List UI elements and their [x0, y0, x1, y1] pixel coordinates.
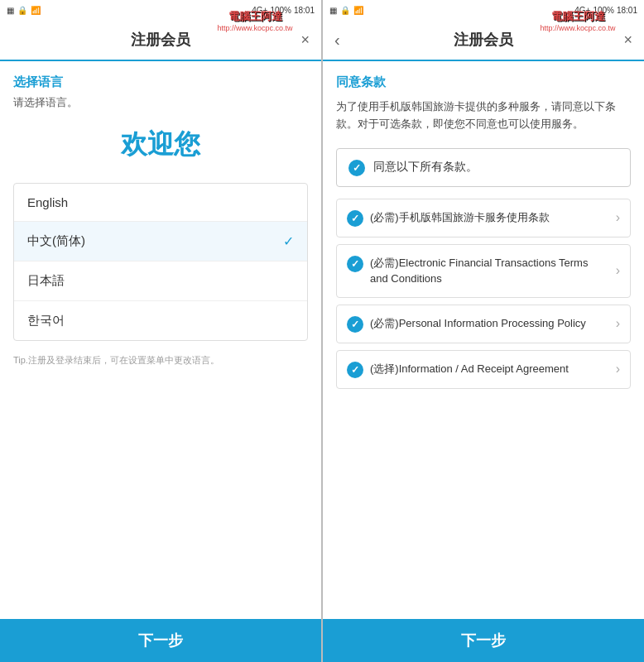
agree-all-checkbox[interactable]: ✓ — [348, 160, 365, 176]
wifi-icon: ▦ — [7, 6, 14, 15]
language-item-chinese[interactable]: 中文(简体) ✓ — [14, 222, 307, 261]
header-title-right: 注册会员 — [454, 30, 513, 50]
app-header-right: ‹ 注册会员 × — [323, 20, 644, 61]
terms-checkbox-2[interactable]: ✓ — [347, 316, 363, 333]
language-label-japanese: 日本語 — [27, 273, 65, 289]
agree-all-label: 同意以下所有条款。 — [373, 160, 478, 175]
right-phone-screen: ▦ 🔒 📶 4G+ 100% 18:01 電腦王阿達 http://www.ko… — [323, 0, 644, 662]
agree-all-checkmark: ✓ — [353, 162, 361, 174]
language-label-english: English — [27, 195, 68, 209]
wifi-icon-right: ▦ — [329, 6, 337, 15]
terms-section-label: 同意条款 — [336, 74, 631, 90]
shield-icon: 🔒 — [17, 6, 27, 15]
terms-label-0: (必需)手机版韩国旅游卡服务使用条款 — [370, 209, 550, 226]
status-left-icons: ▦ 🔒 📶 — [7, 6, 41, 15]
terms-item-left-0: ✓ (必需)手机版韩国旅游卡服务使用条款 — [347, 209, 609, 227]
next-button-right[interactable]: 下一步 — [323, 619, 644, 662]
left-phone-screen: ▦ 🔒 📶 4G+ 100% 18:01 電腦王阿達 http://www.ko… — [0, 0, 321, 662]
header-title-left: 注册会员 — [131, 30, 190, 50]
network-type-right: 4G+ — [574, 6, 590, 15]
language-list: English 中文(简体) ✓ 日本語 한국어 — [13, 183, 308, 341]
terms-label-2: (必需)Personal Information Processing Poli… — [370, 315, 586, 332]
time-display: 18:01 — [294, 6, 315, 15]
terms-checkbox-1[interactable]: ✓ — [347, 256, 363, 272]
section-label-left: 选择语言 — [13, 74, 308, 90]
terms-checkmark-1: ✓ — [351, 258, 359, 270]
language-label-korean: 한국어 — [27, 313, 65, 329]
status-right-info: 4G+ 100% 18:01 — [252, 6, 315, 15]
status-right-info-right: 4G+ 100% 18:01 — [574, 6, 637, 15]
terms-intro: 为了使用手机版韩国旅游卡提供的多种服务，请同意以下条款。对于可选条款，即使您不同… — [336, 98, 631, 133]
status-bar-left: ▦ 🔒 📶 4G+ 100% 18:01 — [0, 0, 321, 20]
network-type: 4G+ — [252, 6, 267, 15]
shield-icon-right: 🔒 — [340, 6, 350, 15]
terms-checkmark-2: ✓ — [351, 319, 359, 330]
terms-item-0[interactable]: ✓ (必需)手机版韩国旅游卡服务使用条款 › — [336, 199, 631, 237]
close-button-right[interactable]: × — [623, 31, 632, 49]
chevron-right-icon-0: › — [616, 210, 620, 225]
app-header-left: 注册会员 × — [0, 20, 321, 61]
status-bar-right: ▦ 🔒 📶 4G+ 100% 18:01 — [323, 0, 644, 20]
terms-item-3[interactable]: ✓ (选择)Information / Ad Receipt Agreement… — [336, 350, 631, 389]
chevron-right-icon-3: › — [616, 362, 620, 377]
terms-item-left-1: ✓ (必需)Electronic Financial Transactions … — [347, 255, 609, 287]
signal-icon-right: 📶 — [353, 6, 363, 15]
tip-text: Tip.注册及登录结束后，可在设置菜单中更改语言。 — [13, 354, 308, 367]
terms-item-1[interactable]: ✓ (必需)Electronic Financial Transactions … — [336, 244, 631, 298]
checkmark-chinese: ✓ — [283, 233, 294, 249]
terms-list: ✓ (必需)手机版韩国旅游卡服务使用条款 › ✓ (必需)Electronic … — [336, 199, 631, 389]
signal-icon: 📶 — [31, 6, 41, 15]
terms-item-left-3: ✓ (选择)Information / Ad Receipt Agreement — [347, 361, 609, 378]
section-subtitle-left: 请选择语言。 — [13, 95, 308, 110]
terms-checkbox-0[interactable]: ✓ — [347, 210, 363, 227]
terms-label-3: (选择)Information / Ad Receipt Agreement — [370, 361, 569, 377]
back-button[interactable]: ‹ — [334, 31, 340, 50]
content-area-left: 选择语言 请选择语言。 欢迎您 English 中文(简体) ✓ 日本語 한국어… — [0, 61, 321, 619]
status-left-icons-right: ▦ 🔒 📶 — [329, 6, 363, 15]
terms-item-left-2: ✓ (必需)Personal Information Processing Po… — [347, 315, 609, 333]
time-display-right: 18:01 — [617, 6, 637, 15]
terms-checkmark-0: ✓ — [351, 213, 359, 224]
battery-level: 100% — [270, 6, 291, 15]
chevron-right-icon-2: › — [616, 316, 620, 331]
terms-item-2[interactable]: ✓ (必需)Personal Information Processing Po… — [336, 305, 631, 343]
agree-all-row[interactable]: ✓ 同意以下所有条款。 — [336, 148, 631, 187]
language-item-japanese[interactable]: 日本語 — [14, 261, 307, 301]
content-area-right: 同意条款 为了使用手机版韩国旅游卡提供的多种服务，请同意以下条款。对于可选条款，… — [323, 61, 644, 619]
terms-label-1: (必需)Electronic Financial Transactions Te… — [370, 255, 609, 287]
welcome-text: 欢迎您 — [13, 127, 308, 163]
language-item-english[interactable]: English — [14, 184, 307, 222]
language-label-chinese: 中文(简体) — [27, 233, 85, 249]
language-item-korean[interactable]: 한국어 — [14, 301, 307, 340]
next-button-left[interactable]: 下一步 — [0, 619, 321, 662]
battery-level-right: 100% — [593, 6, 614, 15]
terms-checkmark-3: ✓ — [351, 364, 359, 376]
close-button-left[interactable]: × — [300, 31, 310, 49]
chevron-right-icon-1: › — [616, 263, 620, 278]
terms-checkbox-3[interactable]: ✓ — [347, 362, 363, 378]
